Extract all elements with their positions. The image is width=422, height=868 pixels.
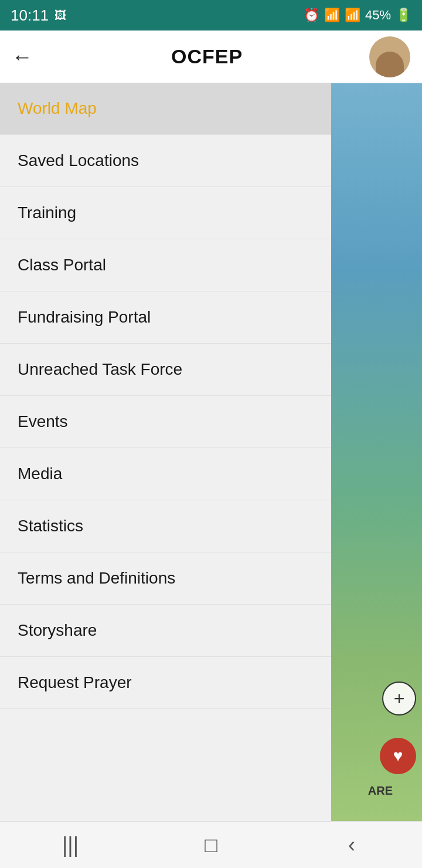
avatar-image [376, 52, 404, 77]
status-icons: ⏰ 📶 📶 45% 🔋 [304, 8, 411, 23]
sidebar-item-storyshare[interactable]: Storyshare [0, 605, 331, 657]
sidebar-item-terms-and-definitions[interactable]: Terms and Definitions [0, 552, 331, 605]
sidebar-item-training[interactable]: Training [0, 187, 331, 239]
sidebar-item-events[interactable]: Events [0, 396, 331, 448]
battery-icon: 🔋 [396, 8, 411, 23]
page-title: OCFEP [45, 45, 369, 68]
sidebar-item-world-map[interactable]: World Map [0, 83, 331, 135]
back-nav-button[interactable]: ‹ [281, 822, 422, 868]
header: ← OCFEP [0, 30, 422, 83]
recent-apps-icon: ||| [62, 833, 79, 857]
sidebar-item-saved-locations[interactable]: Saved Locations [0, 135, 331, 187]
sidebar-item-request-prayer[interactable]: Request Prayer [0, 657, 331, 709]
bottom-navigation: ||| □ ‹ [0, 821, 422, 868]
sidebar-item-media[interactable]: Media [0, 448, 331, 500]
back-nav-icon: ‹ [348, 833, 355, 857]
map-zoom-button[interactable]: + [382, 681, 416, 716]
recent-apps-button[interactable]: ||| [0, 822, 141, 868]
alarm-icon: ⏰ [304, 8, 319, 23]
map-share-button[interactable]: ♥ [380, 738, 416, 774]
sidebar-item-fundraising-portal[interactable]: Fundraising Portal [0, 291, 331, 344]
status-photo-icon: 🖼 [55, 9, 66, 22]
map-are-label: ARE [368, 784, 393, 798]
sidebar-item-class-portal[interactable]: Class Portal [0, 239, 331, 291]
status-time: 10:11 [11, 6, 49, 25]
battery-text: 45% [365, 8, 391, 23]
sidebar-item-statistics[interactable]: Statistics [0, 500, 331, 552]
wifi-icon: 📶 [324, 8, 340, 23]
navigation-drawer: Media Feed World Map Saved Locations Tra… [0, 30, 331, 821]
sidebar-item-unreached-task-force[interactable]: Unreached Task Force [0, 344, 331, 396]
signal-icon: 📶 [345, 8, 360, 23]
avatar[interactable] [369, 36, 410, 77]
home-button[interactable]: □ [141, 822, 281, 868]
home-icon: □ [205, 833, 217, 857]
status-bar: 10:11 🖼 ⏰ 📶 📶 45% 🔋 [0, 0, 422, 30]
back-button[interactable]: ← [12, 45, 33, 69]
